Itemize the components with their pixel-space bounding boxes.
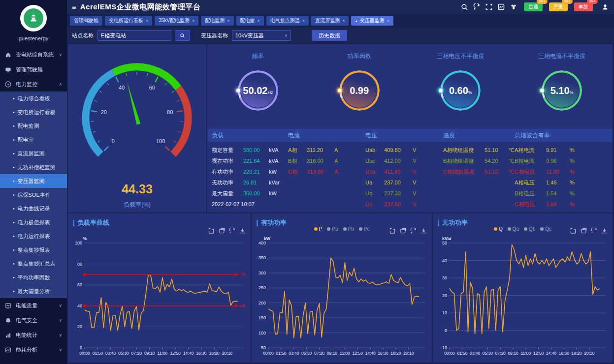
user-icon[interactable] — [601, 3, 609, 11]
legend-item-Qc[interactable]: Qc — [540, 226, 551, 232]
tab-电气接点测温[interactable]: 电气接点测温× — [266, 16, 309, 26]
legend-label: P — [319, 226, 323, 232]
sidebar-subitem-变压器监测[interactable]: •变压器监测 — [0, 174, 67, 188]
table-row: Uc237.60V — [365, 199, 416, 210]
tab-直流屏监测[interactable]: 直流屏监测× — [311, 16, 349, 26]
close-icon[interactable]: × — [342, 18, 345, 23]
table-column-温度: A相绕组温度51.10℃B相绕组温度54.20℃C相绕组温度51.10℃ — [443, 145, 514, 177]
site-search-button[interactable] — [175, 30, 190, 41]
tab-变压器监测[interactable]: ●变压器监测× — [351, 16, 393, 26]
alarm-chip-严重[interactable]: 严重99+ — [549, 2, 568, 11]
history-data-button[interactable]: 历史数据 — [312, 30, 347, 41]
kpi-ring: 0.60% — [440, 70, 481, 111]
sidebar-subitem-label: 变电所运行看板 — [18, 109, 56, 116]
transformer-select[interactable]: 10kV变压器 ∨ — [232, 30, 291, 41]
sidebar-item-18[interactable]: 电能质量∨ — [0, 298, 67, 313]
table-row: Ub237.30V — [365, 188, 416, 199]
legend-item-Qa[interactable]: Qa — [508, 226, 519, 232]
close-icon[interactable]: × — [258, 18, 260, 23]
quality-icon — [5, 303, 11, 309]
legend-dot-icon — [343, 227, 347, 231]
sidebar-item-1[interactable]: 管理驾驶舱 — [0, 62, 67, 77]
theme-icon[interactable] — [510, 3, 517, 11]
alarm-chip-普通[interactable]: 普通99+ — [524, 2, 543, 11]
sidebar-subitem-电力综合看板[interactable]: •电力综合看板 — [0, 91, 67, 105]
sidebar-item-20[interactable]: 电能统计∨ — [0, 328, 67, 342]
close-icon[interactable]: × — [302, 18, 305, 23]
sidebar-subitem-电力运行报表[interactable]: •电力运行报表 — [0, 229, 67, 243]
legend-item-Qb[interactable]: Qb — [524, 226, 535, 232]
svg-text:400: 400 — [259, 241, 266, 245]
svg-text:20:10: 20:10 — [222, 351, 233, 356]
row-value: 237.30 — [384, 190, 409, 196]
sidebar-subitem-变电所运行看板[interactable]: •变电所运行看板 — [0, 105, 67, 119]
sidebar-subitem-整点集抄汇总表[interactable]: •整点集抄汇总表 — [0, 257, 67, 271]
sidebar-item-21[interactable]: 能耗分析∨ — [0, 342, 67, 357]
sidebar-item-0[interactable]: 变电站综自系统∨ — [0, 47, 67, 62]
svg-text:40: 40 — [442, 258, 447, 263]
refresh-icon[interactable] — [473, 3, 481, 11]
sidebar-subitem-配电监测[interactable]: •配电监测 — [0, 119, 67, 133]
legend-label: Qa — [513, 226, 519, 232]
svg-text:03:40: 03:40 — [105, 351, 116, 356]
legend-item-Pb[interactable]: Pb — [343, 226, 354, 232]
row-unit: % — [570, 201, 575, 207]
active-power-chart[interactable]: 50100150200250300350400kW00:0001:5003:40… — [252, 235, 432, 361]
chart-legend: PPaPbPc — [252, 226, 432, 232]
reactive-power-chart[interactable]: -1001020304050kVar00:0001:5003:4005:3007… — [433, 235, 613, 361]
sidebar-subitem-无功补偿柜监测[interactable]: •无功补偿柜监测 — [0, 160, 67, 174]
site-name-input[interactable] — [97, 30, 171, 41]
bullet-icon: • — [13, 234, 15, 239]
tab-管理驾驶舱[interactable]: 管理驾驶舱 — [70, 16, 102, 26]
legend-label: Qb — [529, 226, 535, 232]
svg-text:200: 200 — [259, 301, 266, 305]
load-rate-chart[interactable]: 020406080100%00:0001:5003:4005:3007:2009… — [68, 235, 251, 361]
sidebar-subitem-label: 配电室 — [18, 136, 34, 144]
tab-配电监测[interactable]: 配电监测× — [201, 16, 233, 26]
table-row: B相316.00A — [288, 155, 338, 166]
sidebar-subitem-配电室[interactable]: •配电室 — [0, 133, 67, 147]
legend-item-Pc[interactable]: Pc — [359, 226, 370, 232]
close-icon[interactable]: × — [227, 18, 229, 23]
row-value: 409.80 — [384, 147, 409, 153]
sidebar-subitem-电力曲线记录[interactable]: •电力曲线记录 — [0, 202, 67, 215]
sidebar-subitem-整点集抄报表[interactable]: •整点集抄报表 — [0, 243, 67, 257]
sidebar-subitem-综保SOE事件[interactable]: •综保SOE事件 — [0, 188, 67, 202]
sidebar-item-label: 管理驾驶舱 — [16, 66, 43, 73]
legend-item-Pa[interactable]: Pa — [327, 226, 338, 232]
sidebar-item-2[interactable]: 电力监控∧ — [0, 77, 67, 91]
alarm-chip-事故[interactable]: 事故99+ — [574, 2, 593, 11]
tab-35kV配电监测[interactable]: 35kV配电监测× — [155, 16, 198, 26]
tab-配电室[interactable]: 配电室× — [236, 16, 264, 26]
sidebar-subitem-电力极值报表[interactable]: •电力极值报表 — [0, 215, 67, 229]
legend-item-Q[interactable]: Q — [494, 226, 503, 232]
sidebar-subitem-直流屏监测[interactable]: •直流屏监测 — [0, 147, 67, 160]
search-icon[interactable] — [460, 3, 468, 11]
svg-text:16:30: 16:30 — [196, 351, 207, 356]
menu-toggle-icon[interactable]: ≡ — [72, 3, 76, 11]
sidebar-item-19[interactable]: 电气安全∨ — [0, 313, 67, 328]
row-unit: % — [570, 147, 575, 153]
row-unit: ℃ — [508, 147, 514, 153]
load-rate-gauge: 020406080100 — [68, 44, 206, 182]
sidebar-subitem-最大需量分析[interactable]: •最大需量分析 — [0, 284, 67, 298]
sidebar-subitem-平均功率因数[interactable]: •平均功率因数 — [0, 271, 67, 284]
sidebar-subitem-label: 直流屏监测 — [18, 150, 45, 157]
tab-label: 电气接点测温 — [270, 17, 300, 24]
close-icon[interactable]: × — [387, 18, 389, 23]
engineer-icon — [24, 8, 43, 28]
bullet-icon: • — [13, 289, 15, 294]
table-row: A相电压1.46% — [515, 177, 575, 188]
tab-变电所运行看板[interactable]: 变电所运行看板× — [105, 16, 152, 26]
row-value: 26.81 — [243, 180, 265, 185]
close-icon[interactable]: × — [146, 18, 148, 23]
fullscreen-icon[interactable] — [485, 3, 493, 11]
table-row: Uab409.80V — [365, 145, 416, 155]
close-icon[interactable]: × — [192, 18, 194, 23]
bullet-icon: • — [13, 192, 15, 198]
row-value: 237.60 — [384, 201, 409, 207]
kpi-value: 0.99 — [339, 70, 380, 111]
user-avatar[interactable] — [20, 5, 47, 31]
font-size-icon[interactable]: A* — [497, 3, 505, 11]
legend-item-P[interactable]: P — [314, 226, 323, 232]
